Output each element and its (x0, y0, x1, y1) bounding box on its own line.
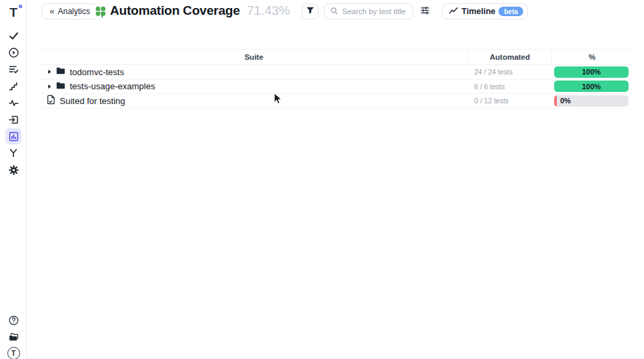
back-to-analytics-button[interactable]: « Analytics (42, 3, 98, 19)
folders-icon (8, 331, 19, 343)
suite-name: Suited for testing (60, 96, 125, 106)
percent-cell: 0% (551, 95, 632, 107)
table-row[interactable]: todomvc-tests 24 / 24 tests 100% (40, 65, 632, 80)
page-header: « Analytics Automation Coverage 71.43% (28, 0, 644, 24)
check-icon (8, 30, 19, 42)
search-box (324, 3, 413, 19)
help-circle-icon (8, 315, 19, 326)
clover-icon (94, 5, 107, 18)
table-header-row: Suite Automated % (40, 49, 632, 65)
coverage-bar: 0% (554, 95, 629, 107)
suite-cell: Suited for testing (40, 95, 468, 107)
folder-icon (56, 81, 66, 92)
sidebar-item-pulse[interactable] (5, 95, 21, 111)
avatar-letter: T (7, 347, 20, 359)
coverage-bar-label: 100% (582, 68, 600, 76)
timeline-label: Timeline (462, 7, 495, 16)
automated-count: 6 / 6 tests (468, 83, 551, 91)
sidebar-item-analytics[interactable] (5, 128, 21, 144)
column-header-automated[interactable]: Automated (468, 50, 551, 64)
sliders-icon (420, 5, 430, 18)
sidebar-item-steps[interactable] (5, 78, 21, 94)
page-title: Automation Coverage (110, 3, 240, 18)
app-logo[interactable]: T (5, 4, 21, 20)
funnel-icon (306, 6, 315, 17)
activity-icon (8, 97, 19, 109)
suite-cell: todomvc-tests (40, 66, 468, 77)
git-fork-icon (8, 148, 19, 158)
timeline-button[interactable]: Timeline beta (442, 3, 528, 19)
sidebar-item-runs[interactable] (5, 44, 21, 60)
coverage-bar: 100% (554, 81, 629, 92)
coverage-bar-label: 100% (582, 83, 600, 91)
caret-right-icon[interactable] (48, 85, 51, 89)
gear-icon (8, 164, 19, 176)
percent-cell: 100% (551, 66, 632, 78)
play-circle-icon (8, 47, 19, 58)
bar-chart-icon (8, 131, 19, 142)
sidebar: T (0, 0, 27, 359)
caret-right-icon[interactable] (48, 70, 51, 74)
chevrons-left-icon: « (50, 6, 54, 16)
filter-settings-button[interactable] (419, 5, 431, 17)
sidebar-item-tests[interactable] (5, 28, 21, 44)
app-window: T (0, 0, 644, 359)
automated-count: 24 / 24 tests (468, 68, 551, 76)
percent-cell: 100% (551, 81, 632, 92)
sidebar-item-import[interactable] (5, 111, 21, 127)
filter-button[interactable] (302, 3, 319, 19)
sidebar-item-branches[interactable] (5, 145, 21, 161)
sidebar-item-projects[interactable] (5, 329, 21, 345)
folder-icon (56, 66, 66, 77)
search-input[interactable] (342, 7, 407, 15)
coverage-bar-label: 0% (560, 97, 571, 105)
suite-name: todomvc-tests (70, 67, 124, 77)
file-check-icon (46, 95, 56, 107)
list-check-icon (8, 64, 19, 75)
suite-cell: tests-usage-examples (40, 81, 468, 92)
sidebar-item-help[interactable] (5, 312, 21, 328)
coverage-percentage: 71.43% (247, 3, 290, 18)
steps-icon (8, 81, 19, 92)
logo-letter: T (9, 6, 17, 19)
sidebar-item-test-plans[interactable] (5, 61, 21, 77)
sidebar-item-settings[interactable] (5, 162, 21, 178)
trend-line-icon (449, 7, 458, 17)
column-header-percent[interactable]: % (551, 50, 632, 64)
column-header-suite[interactable]: Suite (40, 50, 468, 64)
beta-badge: beta (498, 7, 523, 16)
search-icon (330, 5, 338, 17)
coverage-bar: 100% (554, 66, 629, 78)
table-row[interactable]: tests-usage-examples 6 / 6 tests 100% (40, 80, 632, 95)
automated-count: 0 / 12 tests (468, 97, 551, 105)
user-avatar[interactable]: T (5, 345, 21, 359)
logo-accent-dot (19, 5, 22, 8)
suite-name: tests-usage-examples (70, 81, 155, 91)
import-icon (8, 114, 19, 125)
coverage-table: Suite Automated % todomvc-tests 24 / 24 … (40, 49, 632, 109)
table-row[interactable]: Suited for testing 0 / 12 tests 0% (40, 94, 632, 109)
back-button-label: Analytics (58, 7, 90, 16)
